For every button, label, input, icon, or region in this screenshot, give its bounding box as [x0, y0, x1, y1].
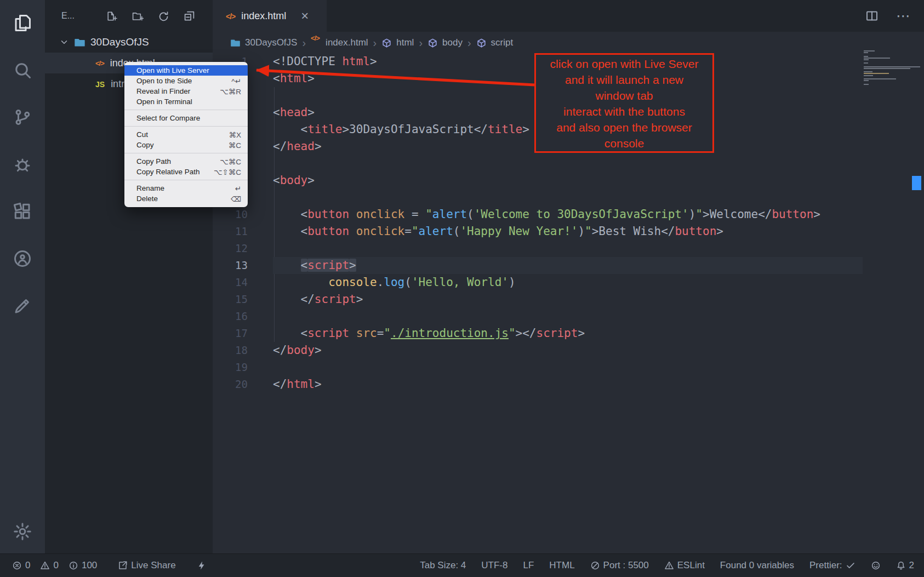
breadcrumb-separator: › [302, 37, 306, 49]
status-language[interactable]: HTML [549, 560, 574, 571]
minimap-line [864, 59, 869, 60]
breadcrumb-item-script[interactable]: script [476, 37, 514, 48]
code-text[interactable]: <title>30DaysOfJavaScript</title> [273, 121, 529, 138]
line-number[interactable]: 12 [213, 240, 248, 257]
activity-extensions[interactable] [13, 202, 32, 221]
code-token: </ [273, 293, 315, 306]
source-control-icon [13, 107, 32, 127]
activity-live-share[interactable] [13, 249, 32, 268]
menu-item-cut[interactable]: Cut⌘X [124, 129, 248, 140]
code-text[interactable]: <head> [273, 104, 315, 121]
split-editor-icon[interactable] [865, 9, 879, 22]
breadcrumb-item-body[interactable]: body [427, 37, 463, 48]
code-line-13[interactable]: 13 <script> [213, 257, 924, 274]
minimap-line [864, 68, 910, 69]
line-number[interactable]: 20 [213, 376, 248, 393]
line-number[interactable]: 18 [213, 342, 248, 359]
line-number[interactable]: 10 [213, 206, 248, 223]
code-line-19[interactable]: 19 [213, 359, 924, 376]
new-file-icon[interactable] [106, 10, 118, 22]
code-text[interactable]: <script> [273, 257, 356, 274]
activity-source-control[interactable] [13, 107, 32, 127]
code-token: alert [432, 208, 467, 221]
activity-settings[interactable] [13, 522, 32, 541]
menu-item-reveal-in-finder[interactable]: Reveal in Finder⌥⌘R [124, 86, 248, 96]
scrollbar-marker[interactable] [912, 176, 921, 190]
activity-run-debug[interactable] [13, 155, 32, 174]
minimap-line [864, 80, 869, 81]
close-tab-icon[interactable]: × [301, 9, 309, 22]
code-line-20[interactable]: 20</html> [213, 376, 924, 393]
menu-item-rename[interactable]: Rename↵ [124, 183, 248, 193]
activity-explorer[interactable] [13, 13, 32, 33]
menu-item-copy[interactable]: Copy⌘C [124, 140, 248, 150]
code-text[interactable]: <script src="./introduction.js"></script… [273, 325, 585, 342]
line-number[interactable]: 14 [213, 274, 248, 291]
code-line-12[interactable]: 12 [213, 240, 924, 257]
code-text[interactable]: <!DOCTYPE html> [273, 53, 377, 70]
menu-shortcut: ⌘X [229, 130, 241, 139]
minimap[interactable] [864, 50, 922, 85]
code-line-16[interactable]: 16 [213, 308, 924, 325]
code-line-14[interactable]: 14 console.log('Hello, World') [213, 274, 924, 291]
code-text[interactable]: <button onclick="alert('Happy New Year!'… [273, 223, 723, 240]
error-icon [12, 561, 22, 570]
more-actions-icon[interactable]: ⋯ [896, 8, 911, 25]
menu-item-select-for-compare[interactable]: Select for Compare [124, 113, 248, 123]
code-text[interactable]: console.log('Hello, World') [273, 274, 516, 291]
breadcrumb-item-index-html[interactable]: </>index.html [311, 37, 368, 48]
folder-row-30DaysOfJS[interactable]: 30DaysOfJS [45, 32, 213, 53]
line-number[interactable]: 13 [213, 257, 248, 274]
line-number[interactable]: 17 [213, 325, 248, 342]
code-text[interactable]: </body> [273, 342, 322, 359]
code-text[interactable]: </html> [273, 376, 322, 393]
menu-item-delete[interactable]: Delete⌫ [124, 193, 248, 204]
code-line-10[interactable]: 10 <button onclick = "alert('Welcome to … [213, 206, 924, 223]
status-port[interactable]: Port : 5500 [590, 560, 649, 571]
code-text[interactable]: </head> [273, 138, 322, 155]
menu-item-open-to-the-side[interactable]: Open to the Side^↵ [124, 76, 248, 86]
activity-pen[interactable] [13, 296, 32, 316]
new-folder-icon[interactable] [132, 10, 144, 22]
menu-item-open-with-live-server[interactable]: Open with Live Server [124, 65, 248, 76]
code-line-18[interactable]: 18</body> [213, 342, 924, 359]
tab-index-html[interactable]: </> index.html × [213, 0, 327, 32]
code-text[interactable]: </script> [273, 291, 363, 308]
code-line-7[interactable]: 7 [213, 155, 924, 172]
line-number[interactable]: 15 [213, 291, 248, 308]
code-line-9[interactable]: 9 [213, 189, 924, 206]
line-number[interactable]: 16 [213, 308, 248, 325]
status-errors[interactable]: 0 [12, 560, 30, 571]
status-quick-action[interactable] [197, 561, 207, 570]
code-text[interactable]: <button onclick = "alert('Welcome to 30D… [273, 206, 820, 223]
status-info-count[interactable]: 100 [69, 560, 97, 571]
menu-item-open-in-terminal[interactable]: Open in Terminal [124, 96, 248, 107]
line-number[interactable]: 11 [213, 223, 248, 240]
breadcrumb-item-html[interactable]: html [381, 37, 414, 48]
code-line-15[interactable]: 15 </script> [213, 291, 924, 308]
code-line-8[interactable]: 8<body> [213, 172, 924, 189]
collapse-all-icon[interactable] [184, 10, 195, 22]
breadcrumb-item-30daysofjs[interactable]: 30DaysOfJS [230, 37, 297, 48]
status-encoding[interactable]: UTF-8 [481, 560, 507, 571]
status-prettier[interactable]: Prettier: [809, 560, 855, 571]
code-text[interactable]: <html> [273, 70, 315, 87]
status-notifications[interactable]: 2 [896, 560, 914, 571]
menu-shortcut: ⌥⇧⌘C [214, 168, 241, 176]
code-line-17[interactable]: 17 <script src="./introduction.js"></scr… [213, 325, 924, 342]
menu-item-copy-relative-path[interactable]: Copy Relative Path⌥⇧⌘C [124, 167, 248, 177]
breadcrumb-label: index.html [326, 37, 368, 48]
refresh-icon[interactable] [158, 10, 169, 22]
status-variables[interactable]: Found 0 variables [720, 560, 794, 571]
code-line-11[interactable]: 11 <button onclick="alert('Happy New Yea… [213, 223, 924, 240]
status-feedback[interactable] [871, 561, 881, 570]
status-warnings[interactable]: 0 [40, 560, 58, 571]
status-eslint[interactable]: ESLint [664, 560, 705, 571]
status-tab-size[interactable]: Tab Size: 4 [420, 560, 466, 571]
menu-item-copy-path[interactable]: Copy Path⌥⌘C [124, 156, 248, 167]
status-live-share[interactable]: Live Share [118, 560, 175, 571]
status-eol[interactable]: LF [523, 560, 534, 571]
code-text[interactable]: <body> [273, 172, 315, 189]
activity-search[interactable] [13, 60, 32, 80]
line-number[interactable]: 19 [213, 359, 248, 376]
